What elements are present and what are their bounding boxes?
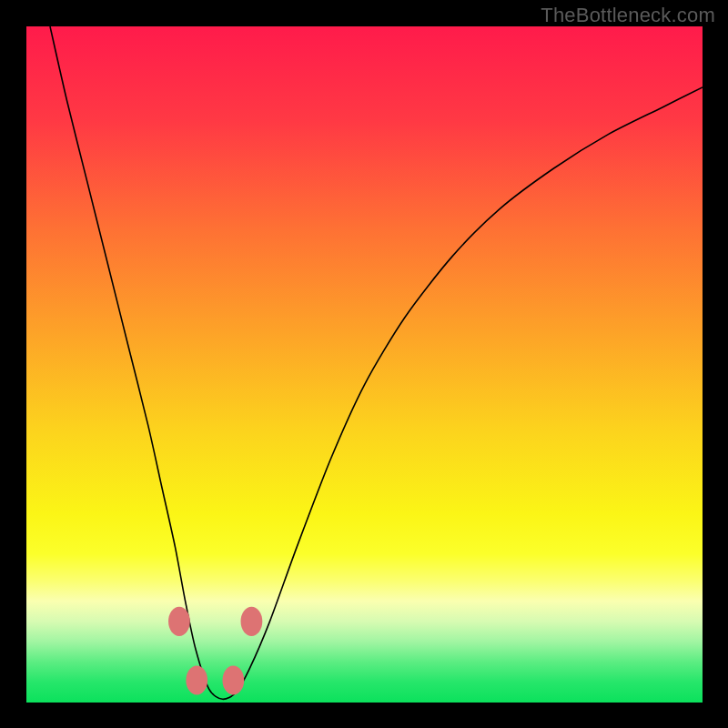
- watermark-text: TheBottleneck.com: [541, 4, 715, 27]
- marker-layer: [26, 26, 703, 703]
- node-right-lower: [222, 665, 244, 694]
- node-left-lower: [186, 665, 207, 694]
- node-right-upper: [241, 607, 263, 636]
- chart-frame: TheBottleneck.com: [0, 0, 728, 728]
- plot-area: [26, 26, 703, 703]
- node-left-upper: [168, 607, 190, 636]
